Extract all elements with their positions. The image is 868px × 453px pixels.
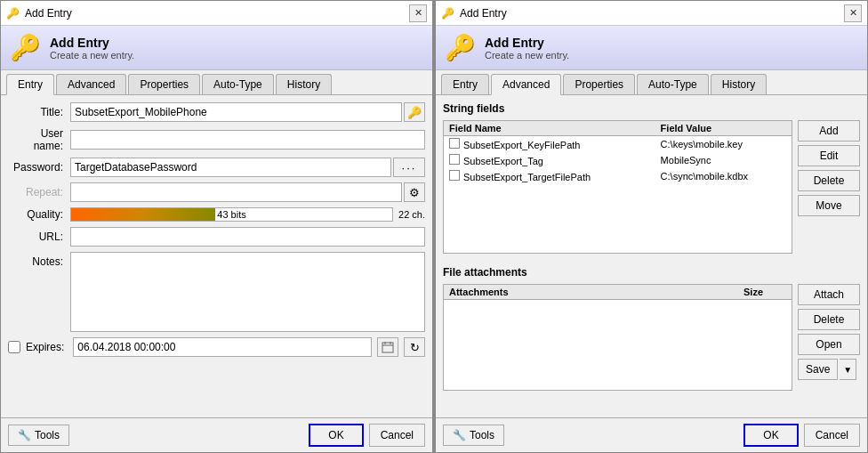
expires-calendar-button[interactable] bbox=[377, 337, 398, 357]
repeat-gen-button[interactable]: ⚙ bbox=[404, 182, 425, 202]
url-input[interactable] bbox=[70, 227, 425, 247]
repeat-row: Repeat: ⚙ bbox=[8, 182, 425, 202]
expires-label: Expires: bbox=[26, 341, 68, 353]
left-tab-entry[interactable]: Entry bbox=[6, 74, 54, 95]
repeat-label: Repeat: bbox=[8, 186, 70, 198]
string-fields-title: String fields bbox=[443, 102, 860, 115]
left-footer-right: OK Cancel bbox=[309, 424, 425, 447]
expires-row: Expires: ↻ bbox=[8, 337, 425, 357]
right-tab-properties[interactable]: Properties bbox=[563, 74, 635, 94]
left-header: 🔑 Add Entry Create a new entry. bbox=[1, 26, 432, 70]
string-delete-button[interactable]: Delete bbox=[798, 170, 860, 191]
left-ok-button[interactable]: OK bbox=[309, 424, 363, 447]
string-fields-panel: Field Name Field Value SubsetExport_KeyF… bbox=[443, 120, 860, 257]
right-tab-entry[interactable]: Entry bbox=[441, 74, 489, 94]
string-add-button[interactable]: Add bbox=[798, 120, 860, 142]
right-header-icon: 🔑 bbox=[445, 33, 476, 62]
tools-icon: 🔧 bbox=[18, 429, 31, 441]
attachments-table: Attachments Size bbox=[444, 285, 792, 300]
left-tools-button[interactable]: 🔧 Tools bbox=[8, 425, 69, 446]
left-tab-advanced[interactable]: Advanced bbox=[56, 74, 126, 94]
attach-save-dropdown-button[interactable]: ▼ bbox=[840, 359, 856, 380]
table-row[interactable]: SubsetExport_Tag MobileSync bbox=[444, 152, 792, 168]
field-name-cell: SubsetExport_KeyFilePath bbox=[444, 136, 655, 153]
field-icon bbox=[449, 154, 460, 165]
title-row: Title: 🔑 bbox=[8, 102, 425, 122]
string-edit-button[interactable]: Edit bbox=[798, 145, 860, 166]
password-dots-button[interactable]: ··· bbox=[393, 158, 425, 177]
left-tools-label: Tools bbox=[35, 429, 60, 441]
right-window: 🔑 Add Entry ✕ 🔑 Add Entry Create a new e… bbox=[435, 0, 868, 453]
right-tools-button[interactable]: 🔧 Tools bbox=[443, 425, 504, 446]
repeat-input-group: ⚙ bbox=[70, 182, 425, 202]
attach-open-button[interactable]: Open bbox=[798, 334, 860, 355]
username-row: User name: bbox=[8, 127, 425, 152]
field-value-cell: C:\keys\mobile.key bbox=[655, 136, 792, 153]
notes-label: Notes: bbox=[8, 252, 70, 268]
quality-bar-container: 43 bits bbox=[70, 207, 393, 222]
right-close-button[interactable]: ✕ bbox=[844, 4, 862, 22]
url-label: URL: bbox=[8, 231, 70, 243]
title-icon-button[interactable]: 🔑 bbox=[404, 102, 425, 122]
field-icon bbox=[449, 138, 460, 149]
attachments-main: Attachments Size bbox=[443, 284, 792, 394]
string-fields-buttons: Add Edit Delete Move bbox=[798, 120, 860, 257]
col-size: Size bbox=[738, 285, 792, 300]
expires-input[interactable] bbox=[73, 337, 372, 357]
password-row: Password: ··· bbox=[8, 158, 425, 177]
url-row: URL: bbox=[8, 227, 425, 247]
left-tab-autotype[interactable]: Auto-Type bbox=[202, 74, 274, 94]
left-header-subtitle: Create a new entry. bbox=[50, 50, 134, 61]
attachments-table-container: Attachments Size bbox=[443, 284, 792, 391]
right-header: 🔑 Add Entry Create a new entry. bbox=[436, 26, 867, 70]
field-value-cell: C:\sync\mobile.kdbx bbox=[655, 168, 792, 184]
quality-row: Quality: 43 bits 22 ch. bbox=[8, 207, 425, 222]
attachments-buttons: Attach Delete Open Save ▼ bbox=[798, 284, 860, 394]
password-label: Password: bbox=[8, 161, 70, 174]
left-header-title: Add Entry bbox=[50, 36, 134, 50]
left-window: 🔑 Add Entry ✕ 🔑 Add Entry Create a new e… bbox=[0, 0, 433, 453]
right-tab-advanced[interactable]: Advanced bbox=[491, 74, 561, 95]
file-attachments-section: File attachments Attachments Size bbox=[443, 266, 860, 394]
right-footer: 🔧 Tools OK Cancel bbox=[436, 417, 867, 452]
left-title-icon: 🔑 bbox=[6, 7, 20, 20]
string-fields-main: Field Name Field Value SubsetExport_KeyF… bbox=[443, 120, 792, 257]
table-row[interactable]: SubsetExport_TargetFilePath C:\sync\mobi… bbox=[444, 168, 792, 184]
expires-checkbox[interactable] bbox=[8, 341, 20, 353]
notes-input[interactable] bbox=[70, 252, 425, 332]
expires-refresh-button[interactable]: ↻ bbox=[404, 337, 425, 357]
left-tabs: Entry Advanced Properties Auto-Type Hist… bbox=[1, 70, 432, 95]
attach-attach-button[interactable]: Attach bbox=[798, 284, 860, 305]
table-header-row: Field Name Field Value bbox=[444, 121, 792, 136]
password-input[interactable] bbox=[70, 158, 391, 177]
notes-row: Notes: bbox=[8, 252, 425, 332]
attach-delete-button[interactable]: Delete bbox=[798, 309, 860, 330]
title-input[interactable] bbox=[70, 102, 402, 122]
right-titlebar: 🔑 Add Entry ✕ bbox=[436, 1, 867, 26]
left-tab-history[interactable]: History bbox=[276, 74, 332, 94]
left-footer: 🔧 Tools OK Cancel bbox=[1, 417, 432, 452]
right-title-icon: 🔑 bbox=[441, 7, 454, 20]
username-label: User name: bbox=[8, 127, 70, 152]
right-header-title: Add Entry bbox=[485, 36, 569, 50]
col-field-name: Field Name bbox=[444, 121, 655, 136]
string-move-button[interactable]: Move bbox=[798, 195, 860, 216]
table-row[interactable]: SubsetExport_KeyFilePath C:\keys\mobile.… bbox=[444, 136, 792, 153]
right-tab-autotype[interactable]: Auto-Type bbox=[637, 74, 709, 94]
attach-save-button[interactable]: Save bbox=[798, 359, 838, 380]
right-tools-icon: 🔧 bbox=[453, 429, 466, 441]
left-tab-properties[interactable]: Properties bbox=[128, 74, 200, 94]
left-close-button[interactable]: ✕ bbox=[409, 4, 427, 22]
repeat-input[interactable] bbox=[70, 182, 402, 202]
field-icon bbox=[449, 170, 460, 181]
save-row: Save ▼ bbox=[798, 359, 860, 380]
left-cancel-button[interactable]: Cancel bbox=[369, 424, 425, 447]
left-title-text: Add Entry bbox=[25, 7, 72, 20]
title-label: Title: bbox=[8, 106, 70, 118]
right-ok-button[interactable]: OK bbox=[743, 424, 798, 447]
right-tab-content: String fields Field Name Field Value bbox=[436, 95, 867, 417]
username-input[interactable] bbox=[70, 130, 425, 150]
quality-ch-text: 22 ch. bbox=[398, 209, 425, 220]
right-cancel-button[interactable]: Cancel bbox=[804, 424, 860, 447]
right-tab-history[interactable]: History bbox=[711, 74, 767, 94]
